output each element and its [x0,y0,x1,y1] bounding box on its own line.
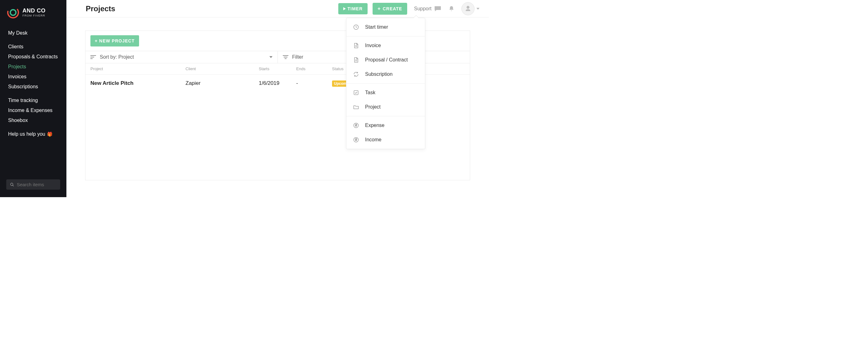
svg-point-0 [7,6,19,19]
user-menu[interactable] [461,2,479,15]
menu-item-label: Income [365,137,381,143]
gift-icon: 🎁 [47,132,52,137]
cell-project: New Article Pitch [90,80,186,86]
sidebar-item-clients[interactable]: Clients [0,42,66,52]
timer-button[interactable]: TIMER [338,3,368,14]
sidebar-item-time-tracking[interactable]: Time tracking [0,95,66,106]
search-input[interactable] [17,182,56,187]
sidebar-item-shoebox[interactable]: Shoebox [0,115,66,125]
svg-rect-15 [354,90,358,94]
clock-icon [352,24,360,31]
menu-item-task[interactable]: Task [346,85,425,100]
filter-icon [283,55,288,59]
new-project-button[interactable]: + NEW PROJECT [90,35,139,47]
menu-item-label: Proposal / Contract [365,57,408,63]
column-project: Project [90,66,186,71]
sidebar: AND CO FROM FIVERR My DeskClientsProposa… [0,0,66,197]
plus-icon: + [378,6,381,11]
create-button-label: CREATE [382,6,402,11]
page-title: Projects [86,4,115,13]
notifications-icon[interactable] [448,5,455,12]
sidebar-item-income-expenses[interactable]: Income & Expenses [0,106,66,115]
sort-label: Sort by: Project [100,54,134,60]
search-input-wrap[interactable] [6,179,60,189]
sidebar-item-subscriptions[interactable]: Subscriptions [0,82,66,92]
menu-item-label: Start timer [365,24,388,30]
cell-starts: 1/6/2019 [259,80,296,86]
timer-button-label: TIMER [348,6,363,11]
header: Projects TIMER + CREATE Support [66,0,489,18]
check-icon [352,89,360,96]
brand-name: AND CO [23,8,45,13]
menu-item-expense[interactable]: Expense [346,118,425,133]
menu-item-label: Subscription [365,71,393,77]
sort-dropdown[interactable]: Sort by: Project [86,51,278,63]
menu-item-start-timer[interactable]: Start timer [346,20,425,34]
dollar-icon [352,136,360,143]
svg-point-1 [10,10,16,15]
cell-ends: - [296,80,332,86]
column-ends: Ends [296,66,332,71]
menu-item-label: Project [365,104,381,110]
sidebar-item-help-us-help-you[interactable]: Help us help you🎁 [0,129,66,139]
avatar [461,2,474,15]
create-dropdown-menu: Start timerInvoiceProposal / ContractSub… [346,18,425,149]
svg-line-3 [13,185,14,186]
support-label: Support [414,6,432,11]
doc-icon [352,42,360,49]
play-icon [343,7,346,10]
menu-item-proposal-contract[interactable]: Proposal / Contract [346,53,425,67]
chevron-down-icon [269,56,273,58]
folder-icon [352,104,360,110]
refresh-icon [352,71,360,78]
logo[interactable]: AND CO FROM FIVERR [0,6,66,26]
create-button[interactable]: + CREATE [373,3,407,14]
sidebar-item-invoices[interactable]: Invoices [0,72,66,82]
sidebar-item-my-desk[interactable]: My Desk [0,28,66,38]
column-starts: Starts [259,66,296,71]
menu-item-label: Task [365,90,375,95]
doc-icon [352,56,360,63]
filter-label: Filter [292,54,303,60]
sort-icon [90,55,96,59]
chat-icon [434,6,441,12]
person-icon [465,5,471,12]
brand-subtitle: FROM FIVERR [23,14,45,17]
cell-client: Zapier [186,80,259,86]
dollar-icon [352,122,360,129]
sidebar-item-projects[interactable]: Projects [0,62,66,72]
menu-item-invoice[interactable]: Invoice [346,38,425,53]
menu-item-income[interactable]: Income [346,133,425,147]
logo-mark-icon [7,6,19,19]
search-icon [10,182,14,187]
sidebar-item-proposals-contracts[interactable]: Proposals & Contracts [0,52,66,62]
menu-item-subscription[interactable]: Subscription [346,67,425,81]
svg-point-2 [10,183,13,185]
menu-item-label: Invoice [365,43,381,48]
menu-item-project[interactable]: Project [346,100,425,114]
support-link[interactable]: Support [414,6,441,12]
column-client: Client [186,66,259,71]
menu-item-label: Expense [365,123,384,128]
chevron-down-icon [476,8,479,10]
